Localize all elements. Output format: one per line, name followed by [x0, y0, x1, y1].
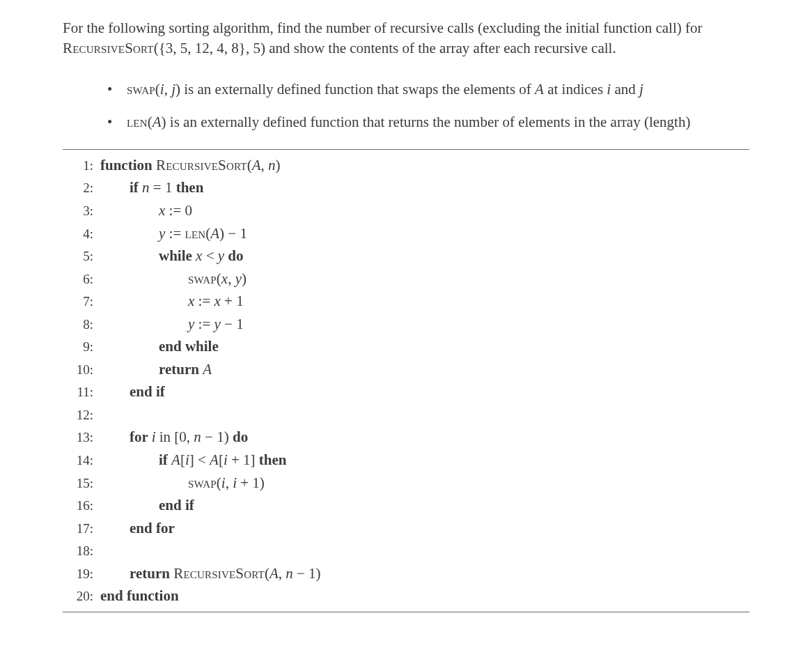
keyword: end function: [100, 587, 179, 604]
algo-line: 7: x := x + 1: [63, 290, 749, 313]
algo-line: 14: if A[i] < A[i + 1] then: [63, 449, 749, 472]
line-number: 14:: [63, 450, 100, 470]
identifier: y: [235, 270, 242, 287]
definitions-list: swap(i, j) is an externally defined func…: [63, 79, 749, 132]
identifier: y: [218, 247, 224, 264]
func-call: len: [185, 225, 206, 242]
code-text: x := x + 1: [100, 290, 244, 313]
identifier: y: [159, 225, 165, 242]
identifier: n: [194, 428, 201, 445]
token: + 1]: [228, 451, 259, 468]
algo-line: 4: y := len(A) − 1: [63, 222, 749, 245]
identifier: A: [252, 157, 261, 173]
algo-line: 12:: [63, 403, 749, 426]
algo-line: 3: x := 0: [63, 199, 749, 222]
token: ] <: [189, 451, 210, 468]
token: ,: [226, 474, 233, 491]
algo-line: 18:: [63, 539, 749, 562]
code-text: end for: [100, 517, 175, 540]
algo-line: 10: return A: [63, 358, 749, 381]
identifier: x: [188, 293, 194, 309]
len-desc: is an externally defined function that r…: [166, 114, 691, 130]
algo-line: 11: end if: [63, 380, 749, 403]
func-call: swap: [188, 474, 217, 491]
line-number: 8:: [63, 314, 100, 334]
code-text: return A: [100, 358, 212, 381]
keyword: then: [176, 179, 204, 196]
line-number: 2:: [63, 178, 100, 198]
line-number: 5:: [63, 246, 100, 266]
line-number: 11:: [63, 382, 100, 402]
code-text: [100, 403, 130, 426]
algo-line: 20:end function: [63, 585, 749, 608]
swap-desc-2: at indices: [544, 81, 607, 98]
keyword: if: [159, 451, 171, 468]
token: [: [180, 451, 185, 468]
code-text: swap(i, i + 1): [100, 472, 265, 495]
algorithm-block: 1:function RecursiveSort(A, n)2: if n = …: [63, 149, 749, 612]
keyword: function: [100, 157, 156, 173]
token: :=: [194, 316, 214, 332]
identifier: A: [210, 225, 219, 242]
identifier: A: [171, 451, 180, 468]
identifier: x: [221, 270, 228, 287]
line-number: 4:: [63, 224, 100, 244]
func-call: swap: [188, 270, 217, 287]
algo-line: 9: end while: [63, 335, 749, 358]
code-text: for i in [0, n − 1) do: [100, 426, 248, 449]
token: = 1: [150, 179, 176, 196]
token: − 1: [221, 316, 244, 332]
identifier: A: [210, 451, 219, 468]
line-number: 7:: [63, 291, 100, 311]
token: in [0,: [156, 428, 194, 445]
code-text: if n = 1 then: [100, 176, 203, 199]
code-text: swap(x, y): [100, 268, 247, 291]
keyword: end if: [130, 383, 165, 400]
func-call: RecursiveSort: [156, 157, 247, 173]
algo-line: 6: swap(x, y): [63, 268, 749, 291]
line-number: 16:: [63, 495, 100, 516]
line-number: 6:: [63, 269, 100, 289]
list-item: len(A) is an externally defined function…: [107, 112, 749, 132]
code-text: end function: [100, 585, 179, 608]
swap-desc-3: and: [611, 81, 639, 98]
identifier: y: [188, 316, 194, 332]
code-text: y := y − 1: [100, 313, 244, 336]
keyword: end for: [130, 520, 175, 536]
line-number: 10:: [63, 359, 100, 380]
list-item: swap(i, j) is an externally defined func…: [107, 79, 749, 100]
token: + 1): [237, 474, 265, 491]
token: ): [276, 157, 281, 173]
algo-line: 19: return RecursiveSort(A, n − 1): [63, 562, 749, 585]
line-number: 1:: [63, 155, 100, 176]
line-number: 9:: [63, 336, 100, 357]
code-text: end while: [100, 335, 219, 358]
keyword: for: [130, 428, 152, 445]
problem-text-2: and show the contents of the array after…: [265, 40, 616, 56]
len-name: len: [127, 114, 148, 130]
problem-statement: For the following sorting algorithm, fin…: [63, 18, 749, 59]
identifier: x: [159, 202, 165, 219]
algo-line: 1:function RecursiveSort(A, n): [63, 154, 749, 177]
line-number: 15:: [63, 473, 100, 493]
algo-line: 13: for i in [0, n − 1) do: [63, 426, 749, 449]
identifier: x: [214, 293, 221, 309]
token: ) − 1: [219, 225, 247, 242]
keyword: end while: [159, 338, 219, 355]
swap-args: (i, j): [155, 81, 180, 98]
keyword: do: [224, 247, 243, 264]
token: (: [265, 565, 270, 582]
problem-text-1: For the following sorting algorithm, fin…: [63, 20, 703, 36]
line-number: 3:: [63, 201, 100, 221]
identifier: y: [214, 316, 221, 332]
code-text: while x < y do: [100, 245, 244, 268]
token: ,: [228, 270, 235, 287]
identifier: A: [270, 565, 279, 582]
func-name: RecursiveSort: [63, 40, 154, 56]
algo-line: 2: if n = 1 then: [63, 176, 749, 199]
identifier: A: [203, 361, 212, 378]
token: :=: [194, 293, 214, 309]
token: [: [219, 451, 224, 468]
code-text: if A[i] < A[i + 1] then: [100, 449, 287, 472]
algo-line: 17: end for: [63, 517, 749, 540]
